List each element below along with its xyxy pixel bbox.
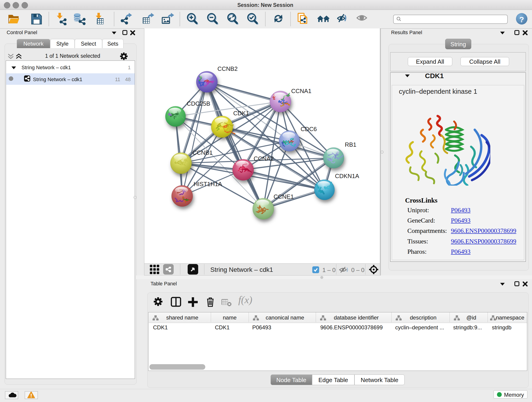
svg-text:CCNB2: CCNB2: [217, 65, 238, 72]
svg-text:RB1: RB1: [345, 141, 356, 148]
svg-text:CCNE1: CCNE1: [273, 193, 294, 200]
svg-text:CDC25B: CDC25B: [187, 100, 210, 107]
svg-text:CDC6: CDC6: [301, 126, 317, 133]
svg-text:CCNB1: CCNB1: [192, 149, 213, 156]
svg-text:HIST1H1A: HIST1H1A: [194, 181, 222, 187]
svg-text:CCNA1: CCNA1: [291, 88, 311, 95]
svg-text:CDKN1A: CDKN1A: [335, 172, 359, 179]
svg-text:CCNA2: CCNA2: [254, 155, 274, 162]
svg-text:CDK1: CDK1: [233, 110, 249, 117]
